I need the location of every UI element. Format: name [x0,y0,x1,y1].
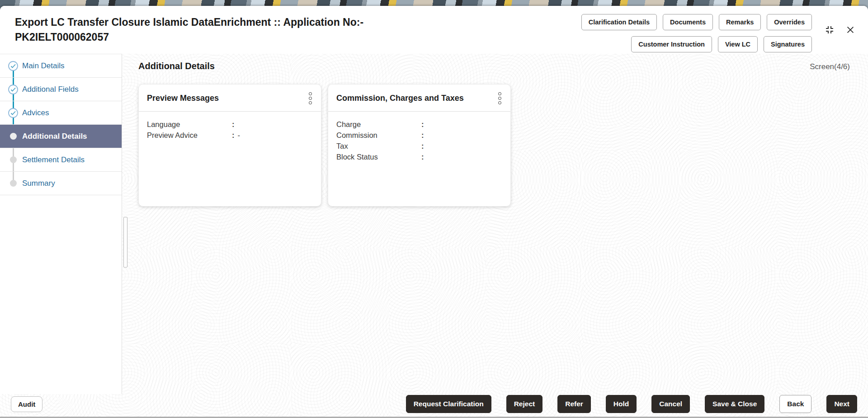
field-separator: : [232,119,235,130]
sidebar-item-main-details[interactable]: Main Details [0,54,122,78]
back-button[interactable]: Back [779,395,811,413]
current-step-bullet-icon [8,132,18,141]
header-actions: Clarification Details Documents Remarks … [581,12,860,54]
pending-step-bullet-icon [8,155,18,165]
field-label: Tax [336,141,421,151]
check-circle-icon [8,108,18,118]
field-row: Charge : [336,119,502,130]
field-label: Preview Advice [147,130,232,141]
footer-action-bar: Audit Request Clarification Reject Refer… [0,394,868,417]
content-area: Additional Details Screen(4/6) Preview M… [122,54,868,394]
sidebar-item-additional-fields[interactable]: Additional Fields [0,78,122,101]
save-and-close-button[interactable]: Save & Close [705,395,764,413]
sidebar-item-additional-details[interactable]: Additional Details [0,125,122,148]
application-window: Export LC Transfer Closure Islamic DataE… [0,6,868,418]
preview-messages-card: Preview Messages Language : Preview Advi… [138,84,321,207]
reject-button[interactable]: Reject [506,395,543,413]
collapse-icon[interactable] [824,24,835,36]
field-separator: : [232,130,235,141]
field-separator: : [421,141,424,151]
card-title: Preview Messages [147,94,219,103]
window-header: Export LC Transfer Closure Islamic DataE… [0,6,868,54]
header-actions-row-1: Clarification Details Documents Remarks … [581,14,812,30]
refer-button[interactable]: Refer [557,395,591,413]
step-navigation-sidebar: Main Details Additional Fields Advices [0,54,122,394]
vertical-scrollbar-thumb[interactable] [123,217,127,268]
request-clarification-button[interactable]: Request Clarification [406,395,491,413]
page-title: Export LC Transfer Closure Islamic DataE… [15,12,417,54]
check-circle-icon [8,85,18,94]
sidebar-item-label: Additional Fields [22,85,79,94]
field-value: - [238,130,241,141]
sidebar-item-label: Summary [22,179,55,188]
kebab-menu-icon[interactable] [496,91,503,105]
field-separator: : [421,119,424,130]
remarks-button[interactable]: Remarks [719,14,761,30]
field-label: Block Status [336,151,421,162]
sidebar-item-settlement-details[interactable]: Settlement Details [0,148,122,172]
kebab-menu-icon[interactable] [307,91,314,105]
next-button[interactable]: Next [826,395,857,413]
field-row: Commission : [336,130,502,141]
audit-button[interactable]: Audit [11,396,42,412]
field-row: Tax : [336,141,502,151]
sidebar-item-summary[interactable]: Summary [0,172,122,195]
field-label: Commission [336,130,421,141]
field-row: Language : [147,119,313,130]
sidebar-item-label: Settlement Details [22,155,85,164]
signatures-button[interactable]: Signatures [764,36,812,52]
hold-button[interactable]: Hold [606,395,637,413]
pending-step-bullet-icon [8,178,18,188]
clarification-details-button[interactable]: Clarification Details [581,14,657,30]
field-row: Preview Advice : - [147,130,313,141]
screen-page-indicator: Screen(4/6) [810,62,850,71]
field-label: Charge [336,119,421,130]
sidebar-item-advices[interactable]: Advices [0,101,122,125]
commission-charges-taxes-card: Commission, Charges and Taxes Charge : C… [328,84,511,207]
header-actions-row-2: Customer Instruction View LC Signatures [631,36,812,52]
section-heading: Additional Details [138,61,215,71]
overrides-button[interactable]: Overrides [767,14,812,30]
cancel-button[interactable]: Cancel [651,395,690,413]
field-separator: : [421,151,424,162]
sidebar-item-label: Advices [22,108,49,117]
view-lc-button[interactable]: View LC [718,36,758,52]
customer-instruction-button[interactable]: Customer Instruction [631,36,712,52]
sidebar-item-label: Additional Details [22,132,87,141]
field-row: Block Status : [336,151,502,162]
documents-button[interactable]: Documents [663,14,713,30]
field-separator: : [421,130,424,141]
card-title: Commission, Charges and Taxes [336,94,464,103]
close-icon[interactable] [844,24,856,36]
check-circle-icon [8,61,18,71]
sidebar-item-label: Main Details [22,61,65,70]
field-label: Language [147,119,232,130]
